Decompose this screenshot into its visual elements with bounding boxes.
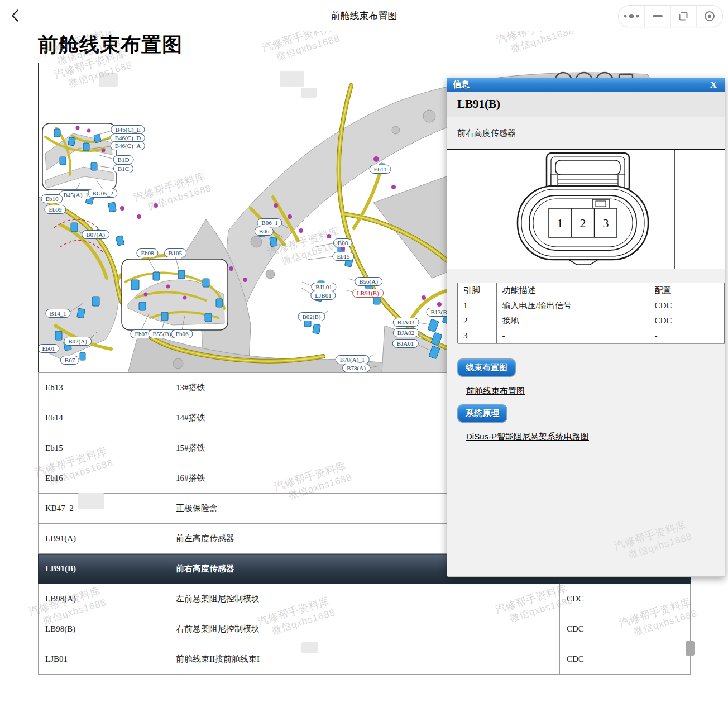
component-config-cell: CDC <box>560 614 691 644</box>
diagram-connector-label[interactable]: B02(A) <box>64 337 92 346</box>
pin-header: 引脚 <box>458 283 497 298</box>
component-code-cell: Eb15 <box>39 433 169 463</box>
more-options-button[interactable] <box>619 6 644 27</box>
blurred-patch <box>280 71 304 87</box>
section-link-row: DiSus-P智能阻尼悬架系统电路图 <box>466 432 725 442</box>
diagram-connector-label[interactable]: B02(B) <box>298 312 325 321</box>
watermark-line2: 微信qxbs1688 <box>275 32 341 63</box>
popup-section: 系统原理 DiSus-P智能阻尼悬架系统电路图 <box>447 404 725 442</box>
more-options-icon <box>623 13 640 20</box>
diagram-connector-label[interactable]: B08 <box>333 238 352 247</box>
connector-panel: 1 2 3 <box>447 149 725 269</box>
diagram-connector-label[interactable]: B07(A) <box>82 230 109 239</box>
info-popup: 信息 X LB91(B) 前右高度传感器 <box>447 78 725 577</box>
diagram-connector-label[interactable]: B06_1 <box>257 218 282 227</box>
diagram-connector-label[interactable]: Eb09 <box>44 205 66 214</box>
diagram-connector-label[interactable]: B1D <box>113 155 134 164</box>
diagram-connector-label[interactable]: B06 <box>255 227 274 236</box>
component-config-cell: CDC <box>560 584 691 614</box>
diagram-connector-label[interactable]: Eb11 <box>370 165 391 174</box>
blurred-patch <box>686 641 695 656</box>
popup-header: 信息 X <box>447 78 725 92</box>
diagram-connector-label[interactable]: B78(A)_1 <box>336 355 370 364</box>
diagram-connector-label[interactable]: LB91(B) <box>352 289 384 298</box>
diagram-connector-label[interactable]: Eb15 <box>332 252 354 261</box>
connector-pin-2: 2 <box>580 216 586 230</box>
diagram-connector-label[interactable]: B46(C)_A <box>111 141 145 150</box>
component-desc-cell: 前舱线束II接前舱线束I <box>169 644 560 675</box>
blurred-patch <box>301 88 317 98</box>
pin-config-cell: - <box>649 328 724 343</box>
component-code-cell: LB98(A) <box>39 584 169 614</box>
diagram-connector-label[interactable]: B67 <box>60 356 79 365</box>
watermark-line2: 微信qxbs1688 <box>627 530 693 561</box>
diagram-connector-label[interactable]: LJB01 <box>310 291 336 300</box>
component-code-cell: LB98(B) <box>39 614 169 644</box>
diagram-connector-label[interactable]: BJA01 <box>392 339 419 348</box>
window-capsule <box>618 5 723 27</box>
component-code-cell: Eb13 <box>39 373 169 403</box>
popup-section: 线束布置图 前舱线束布置图 <box>447 358 725 396</box>
table-row[interactable]: LB98(B) 右前悬架阻尼控制模块 CDC <box>39 614 691 644</box>
diagram-connector-label[interactable]: Eb08 <box>136 248 158 257</box>
function-header: 功能描述 <box>496 283 649 298</box>
pin-function-cell: - <box>496 328 649 343</box>
restore-button[interactable] <box>670 6 697 27</box>
component-code-cell: LB91(B) <box>39 554 169 584</box>
pin-config-cell: CDC <box>649 298 724 313</box>
diagram-connector-label[interactable]: B46(C)_E <box>111 125 145 134</box>
connector-pin-1: 1 <box>557 216 563 230</box>
diagram-connector-label[interactable]: B1C <box>113 164 133 173</box>
pinout-header-row: 引脚 功能描述 配置 <box>458 283 725 298</box>
component-desc-cell: 左前悬架阻尼控制模块 <box>169 584 560 614</box>
blurred-patch <box>99 73 118 87</box>
diagram-connector-label[interactable]: BJA02 <box>393 328 419 337</box>
diagram-connector-label[interactable]: BJA03 <box>393 318 419 327</box>
section-button[interactable]: 线束布置图 <box>457 358 516 377</box>
diagram-connector-label[interactable]: B78(A) <box>342 364 370 372</box>
blurred-patch <box>301 642 318 653</box>
diagram-connector-label[interactable]: BJL01 <box>311 283 336 291</box>
popup-close-button[interactable]: X <box>708 79 719 90</box>
component-code-cell: LB91(A) <box>39 524 169 554</box>
page-title: 前舱线束布置图 <box>38 31 183 59</box>
pin-config-cell: CDC <box>649 313 724 328</box>
watermark-line1: 汽修帮手资料库 <box>612 518 689 552</box>
blurred-patch <box>78 493 104 509</box>
restore-icon <box>678 11 689 22</box>
section-link[interactable]: DiSus-P智能阻尼悬架系统电路图 <box>466 432 589 441</box>
connector-pin-3: 3 <box>603 216 609 230</box>
diagram-connector-label[interactable]: Eb01 <box>38 344 60 353</box>
component-desc-cell: 右前悬架阻尼控制模块 <box>169 614 560 644</box>
diagram-connector-label[interactable]: Eb06 <box>171 329 193 338</box>
diagram-connector-label[interactable]: Eb10 <box>41 194 63 203</box>
capsule-target-button[interactable] <box>696 6 722 27</box>
config-header: 配置 <box>649 283 724 298</box>
pinout-row: 3 - - <box>458 328 725 343</box>
pin-number-cell: 1 <box>458 298 497 313</box>
top-nav: 前舱线束布置图 <box>0 0 728 31</box>
pin-number-cell: 3 <box>458 328 497 343</box>
pin-function-cell: 接地 <box>496 313 649 328</box>
popup-component-description: 前右高度传感器 <box>447 117 725 149</box>
diagram-connector-label[interactable]: BG05_2 <box>88 189 117 198</box>
section-button[interactable]: 系统原理 <box>457 404 507 423</box>
table-row[interactable]: LJB01 前舱线束II接前舱线束I CDC <box>39 644 691 675</box>
section-link[interactable]: 前舱线束布置图 <box>466 386 525 395</box>
popup-header-title: 信息 <box>453 79 470 90</box>
component-config-cell: CDC <box>560 644 691 675</box>
table-row[interactable]: LB98(A) 左前悬架阻尼控制模块 CDC <box>39 584 691 614</box>
pin-number-cell: 2 <box>458 313 497 328</box>
minimize-button[interactable] <box>644 6 670 27</box>
component-code-cell: Eb14 <box>39 403 169 433</box>
connector-face-diagram: 1 2 3 <box>497 150 674 268</box>
section-link-row: 前舱线束布置图 <box>466 386 725 396</box>
popup-body: 引脚 功能描述 配置 1 输入电压/输出信号 CDC 2 接地 CDC 3 <box>447 283 725 577</box>
pinout-row: 1 输入电压/输出信号 CDC <box>458 298 725 313</box>
component-code-cell: Eb16 <box>39 463 169 494</box>
component-code-cell: LJB01 <box>39 644 169 675</box>
pinout-table: 引脚 功能描述 配置 1 输入电压/输出信号 CDC 2 接地 CDC 3 <box>457 283 725 343</box>
diagram-connector-label[interactable]: B14_1 <box>45 309 70 318</box>
diagram-connector-label[interactable]: B105 <box>164 248 186 257</box>
diagram-connector-label[interactable]: B56(A) <box>355 277 382 286</box>
